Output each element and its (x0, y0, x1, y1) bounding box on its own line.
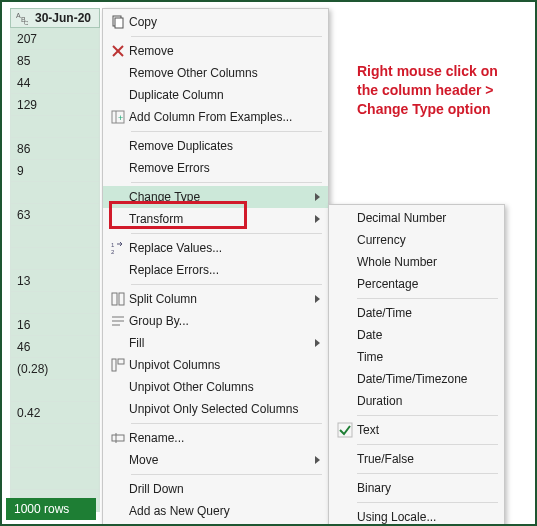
menu-label: True/False (357, 452, 496, 466)
svg-rect-18 (118, 359, 124, 364)
menu-label: Remove (129, 44, 320, 58)
menu-label: Unpivot Other Columns (129, 380, 320, 394)
cell[interactable] (10, 182, 100, 204)
menu-unpivot-other[interactable]: Unpivot Other Columns (103, 376, 328, 398)
context-menu: Copy Remove Remove Other Columns Duplica… (102, 8, 329, 525)
menu-label: Move (129, 453, 311, 467)
cell[interactable]: 13 (10, 270, 100, 292)
menu-replace-errors[interactable]: Replace Errors... (103, 259, 328, 281)
cell[interactable]: 207 (10, 28, 100, 50)
cell[interactable] (10, 248, 100, 270)
cell[interactable]: 46 (10, 336, 100, 358)
submenu-currency[interactable]: Currency (329, 229, 504, 251)
svg-rect-17 (112, 359, 116, 371)
menu-label: Split Column (129, 292, 311, 306)
svg-rect-19 (112, 435, 124, 441)
cell[interactable]: 129 (10, 94, 100, 116)
menu-duplicate[interactable]: Duplicate Column (103, 84, 328, 106)
svg-rect-12 (112, 293, 117, 305)
submenu-arrow-icon (315, 295, 320, 303)
menu-remove[interactable]: Remove (103, 40, 328, 62)
menu-label: Replace Values... (129, 241, 320, 255)
svg-text:+: + (118, 113, 123, 123)
menu-label: Add as New Query (129, 504, 320, 518)
menu-label: Using Locale... (357, 510, 496, 524)
menu-remove-errors[interactable]: Remove Errors (103, 157, 328, 179)
menu-label: Binary (357, 481, 496, 495)
replace-values-icon: 12 (107, 240, 129, 256)
menu-label: Unpivot Columns (129, 358, 320, 372)
submenu-percentage[interactable]: Percentage (329, 273, 504, 295)
submenu-truefalse[interactable]: True/False (329, 448, 504, 470)
menu-label: Whole Number (357, 255, 496, 269)
menu-label: Text (357, 423, 496, 437)
menu-label: Time (357, 350, 496, 364)
rename-icon (107, 430, 129, 446)
submenu-time[interactable]: Time (329, 346, 504, 368)
group-by-icon (107, 313, 129, 329)
menu-label: Remove Other Columns (129, 66, 320, 80)
cell[interactable]: 63 (10, 204, 100, 226)
submenu-whole[interactable]: Whole Number (329, 251, 504, 273)
menu-remove-duplicates[interactable]: Remove Duplicates (103, 135, 328, 157)
cell[interactable]: 85 (10, 50, 100, 72)
menu-label: Drill Down (129, 482, 320, 496)
menu-label: Date/Time/Timezone (357, 372, 496, 386)
menu-replace-values[interactable]: 12 Replace Values... (103, 237, 328, 259)
menu-label: Replace Errors... (129, 263, 320, 277)
cell[interactable] (10, 446, 100, 468)
submenu-arrow-icon (315, 456, 320, 464)
cell[interactable]: (0.28) (10, 358, 100, 380)
submenu-decimal[interactable]: Decimal Number (329, 207, 504, 229)
submenu-date-time-timezone[interactable]: Date/Time/Timezone (329, 368, 504, 390)
submenu-date[interactable]: Date (329, 324, 504, 346)
menu-separator (131, 423, 322, 424)
menu-group-by[interactable]: Group By... (103, 310, 328, 332)
menu-remove-other[interactable]: Remove Other Columns (103, 62, 328, 84)
cell[interactable] (10, 380, 100, 402)
status-text: 1000 rows (14, 502, 69, 516)
menu-transform[interactable]: Transform (103, 208, 328, 230)
submenu-binary[interactable]: Binary (329, 477, 504, 499)
menu-add-from-examples[interactable]: + Add Column From Examples... (103, 106, 328, 128)
menu-label: Add Column From Examples... (129, 110, 320, 124)
menu-separator (131, 474, 322, 475)
submenu-text[interactable]: Text (329, 419, 504, 441)
cell[interactable] (10, 292, 100, 314)
menu-add-new-query[interactable]: Add as New Query (103, 500, 328, 522)
submenu-locale[interactable]: Using Locale... (329, 506, 504, 526)
column-header[interactable]: ABC 30-Jun-20 (10, 8, 100, 28)
menu-separator (357, 502, 498, 503)
menu-copy[interactable]: Copy (103, 11, 328, 33)
menu-separator (357, 298, 498, 299)
column-header-text: 30-Jun-20 (35, 11, 91, 25)
cell[interactable] (10, 468, 100, 490)
menu-fill[interactable]: Fill (103, 332, 328, 354)
cell[interactable]: 16 (10, 314, 100, 336)
cell[interactable]: 44 (10, 72, 100, 94)
menu-unpivot-selected[interactable]: Unpivot Only Selected Columns (103, 398, 328, 420)
cell[interactable]: 86 (10, 138, 100, 160)
menu-label: Change Type (129, 190, 311, 204)
cell[interactable] (10, 424, 100, 446)
svg-text:2: 2 (111, 249, 115, 255)
menu-split-column[interactable]: Split Column (103, 288, 328, 310)
submenu-datetime[interactable]: Date/Time (329, 302, 504, 324)
menu-change-type[interactable]: Change Type (103, 186, 328, 208)
menu-unpivot[interactable]: Unpivot Columns (103, 354, 328, 376)
text-type-icon: ABC (15, 10, 31, 26)
remove-icon (107, 43, 129, 59)
cell[interactable] (10, 226, 100, 248)
cell[interactable]: 9 (10, 160, 100, 182)
menu-drill-down[interactable]: Drill Down (103, 478, 328, 500)
submenu-duration[interactable]: Duration (329, 390, 504, 412)
menu-move[interactable]: Move (103, 449, 328, 471)
menu-label: Remove Errors (129, 161, 320, 175)
checkmark-icon (333, 422, 357, 438)
cell[interactable]: 0.42 (10, 402, 100, 424)
svg-rect-13 (119, 293, 124, 305)
cell[interactable] (10, 116, 100, 138)
menu-separator (131, 131, 322, 132)
column-cells: 207 85 44 129 86 9 63 13 16 46 (0.28) 0.… (10, 28, 100, 512)
menu-rename[interactable]: Rename... (103, 427, 328, 449)
